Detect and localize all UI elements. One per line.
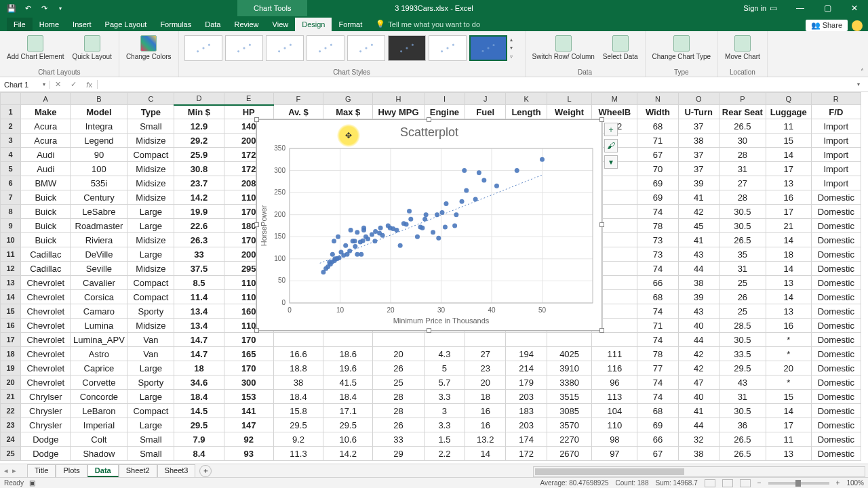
tab-page-layout[interactable]: Page Layout (98, 18, 154, 31)
feedback-icon[interactable] (852, 20, 863, 31)
cell[interactable]: Midsize (127, 233, 174, 247)
cell[interactable]: LeSabre (71, 205, 127, 219)
cell[interactable]: Chrysler (21, 418, 71, 432)
cell[interactable]: Chevrolet (21, 375, 71, 390)
cell[interactable]: 14.7 (174, 333, 224, 347)
macro-record-icon[interactable]: ▣ (29, 479, 35, 487)
cell[interactable]: 19.9 (174, 205, 224, 219)
cell[interactable]: 66 (637, 276, 678, 290)
cell[interactable]: 27 (719, 176, 766, 190)
cell[interactable]: 16 (465, 418, 506, 432)
tab-design[interactable]: Design (295, 18, 332, 31)
cell[interactable]: 68 (637, 290, 678, 304)
cell[interactable]: 12.9 (174, 119, 224, 134)
cell[interactable]: Domestic (811, 205, 861, 219)
cell[interactable]: Midsize (127, 319, 174, 333)
cell[interactable]: 28 (719, 190, 766, 205)
expand-formula-icon[interactable]: ▾ (857, 81, 868, 87)
cell[interactable]: 14 (766, 262, 811, 276)
cell[interactable]: 2.2 (424, 447, 465, 461)
cell[interactable]: 41 (678, 190, 719, 205)
cell[interactable]: 42 (678, 205, 719, 219)
cell[interactable]: 28.5 (719, 319, 766, 333)
horizontal-scrollbar[interactable] (533, 466, 865, 477)
cell[interactable]: 66 (637, 432, 678, 447)
cell[interactable]: Small (127, 432, 174, 447)
style-more-icon[interactable]: ▿ (510, 54, 519, 60)
cell[interactable]: Concorde (71, 390, 127, 404)
cell[interactable]: Acura (21, 119, 71, 134)
col-header-R[interactable]: R (811, 93, 861, 105)
chart-plot-area[interactable]: 01020304050050100150200250300350Minimum … (257, 120, 603, 331)
header-cell[interactable]: Hwy MPG (373, 105, 424, 119)
cell[interactable]: Small (127, 447, 174, 461)
header-cell[interactable]: Width (637, 105, 678, 119)
cell[interactable]: 35 (719, 247, 766, 262)
cell[interactable]: Midsize (127, 162, 174, 176)
cell[interactable]: 69 (637, 190, 678, 205)
cell[interactable]: 14 (766, 233, 811, 247)
cell[interactable]: Small (127, 119, 174, 134)
cell[interactable]: 18.8 (273, 361, 323, 375)
view-page-break-icon[interactable] (740, 479, 751, 487)
cell[interactable]: 37 (678, 162, 719, 176)
header-cell[interactable]: Av. $ (273, 105, 323, 119)
cell[interactable]: 3910 (547, 361, 592, 375)
cell[interactable]: 28 (373, 404, 424, 418)
cell[interactable]: 23 (465, 361, 506, 375)
row-header-8[interactable]: 8 (1, 205, 21, 219)
cell[interactable]: 17 (766, 162, 811, 176)
resize-handle-se[interactable] (599, 328, 604, 333)
cell[interactable]: 14 (766, 404, 811, 418)
cell[interactable]: 78 (637, 219, 678, 233)
cell[interactable]: 41 (678, 404, 719, 418)
cell[interactable]: 3 (424, 404, 465, 418)
cell[interactable]: 74 (637, 375, 678, 390)
cell[interactable]: 11 (766, 432, 811, 447)
cell[interactable]: 74 (637, 390, 678, 404)
cell[interactable]: 20 (766, 361, 811, 375)
cell[interactable]: Chevrolet (21, 290, 71, 304)
cell[interactable]: 147 (224, 418, 273, 432)
cell[interactable]: 30.5 (719, 219, 766, 233)
cell[interactable]: 11.4 (174, 290, 224, 304)
cell[interactable]: Integra (71, 119, 127, 134)
cell[interactable]: Van (127, 347, 174, 361)
row-header-11[interactable]: 11 (1, 247, 21, 262)
cell[interactable]: 5 (424, 361, 465, 375)
save-icon[interactable]: 💾 (5, 2, 18, 14)
row-header-20[interactable]: 20 (1, 375, 21, 390)
row-header-21[interactable]: 21 (1, 390, 21, 404)
cell[interactable]: 4025 (547, 347, 592, 361)
cell[interactable]: Midsize (127, 190, 174, 205)
cell[interactable]: 29.5 (323, 418, 373, 432)
close-icon[interactable]: ✕ (841, 0, 868, 16)
cell[interactable]: Legend (71, 134, 127, 148)
row-header-17[interactable]: 17 (1, 333, 21, 347)
chart-plus-icon[interactable]: ＋ (604, 123, 618, 136)
cell[interactable]: Lumina (71, 319, 127, 333)
cell[interactable]: 18.6 (323, 347, 373, 361)
cell[interactable]: 18 (766, 247, 811, 262)
maximize-icon[interactable]: ▢ (814, 0, 841, 16)
cell[interactable]: 30.5 (719, 404, 766, 418)
cell[interactable]: 11.3 (273, 447, 323, 461)
cell[interactable]: 26 (373, 361, 424, 375)
cell[interactable]: Domestic (811, 262, 861, 276)
cell[interactable]: Midsize (127, 262, 174, 276)
cell[interactable]: 535i (71, 176, 127, 190)
cell[interactable]: Shadow (71, 447, 127, 461)
cell[interactable]: 39 (678, 176, 719, 190)
tab-nav-next-icon[interactable]: ▸ (12, 466, 16, 475)
undo-icon[interactable]: ↶ (22, 2, 34, 14)
cell[interactable]: Dodge (21, 447, 71, 461)
cell[interactable]: 11 (766, 119, 811, 134)
cell[interactable]: Sporty (127, 375, 174, 390)
cell[interactable]: Domestic (811, 319, 861, 333)
cell[interactable]: Cadillac (21, 247, 71, 262)
cell[interactable]: 141 (224, 404, 273, 418)
cell[interactable]: 15.8 (273, 404, 323, 418)
cell[interactable]: * (766, 347, 811, 361)
cell[interactable]: 172 (506, 447, 547, 461)
cell[interactable]: 29.5 (273, 418, 323, 432)
